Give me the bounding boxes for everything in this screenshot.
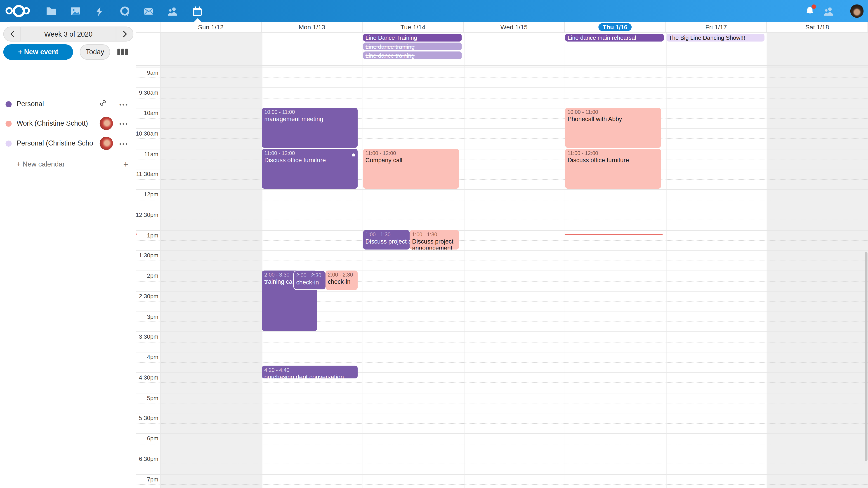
day-header-wed[interactable]: Wed 1/15: [464, 22, 565, 32]
time-label: 10:30am: [135, 130, 158, 136]
day-header-tue[interactable]: Tue 1/14: [363, 22, 464, 32]
event-time: 2:00 - 2:30: [296, 272, 323, 279]
allday-event[interactable]: Line Dance Training: [363, 34, 462, 41]
allday-event[interactable]: Line dance training: [363, 52, 462, 59]
active-app-indicator: [194, 18, 202, 22]
event-title: purchasing dept conversation: [264, 373, 355, 378]
allday-event[interactable]: The Big Line Dancing Show!!!: [666, 34, 765, 41]
photos-icon[interactable]: [64, 0, 86, 22]
column-border: [363, 22, 363, 488]
column-border: [160, 22, 161, 488]
event-title: Discuss project announcement: [412, 238, 457, 250]
time-label: 4:30pm: [135, 374, 158, 381]
event-time: 10:00 - 11:00: [567, 109, 659, 116]
day-header-thu[interactable]: Thu 1/16: [565, 22, 666, 32]
quarterhour-gridline: [135, 322, 868, 322]
notification-badge: [811, 4, 816, 9]
column-border: [261, 22, 262, 488]
halfhour-gridline: [135, 332, 868, 332]
contacts-icon[interactable]: [162, 0, 184, 22]
quarterhour-gridline: [135, 464, 868, 464]
time-label: 1pm: [135, 232, 158, 238]
halfhour-gridline: [135, 230, 868, 230]
halfhour-gridline: [135, 189, 868, 190]
calendar-event[interactable]: 11:00 - 12:00Company call: [363, 149, 459, 188]
talk-icon[interactable]: [114, 0, 135, 22]
halfhour-gridline: [135, 210, 868, 210]
calendar-event[interactable]: 4:20 - 4:40purchasing dept conversation: [262, 365, 358, 378]
today-button[interactable]: Today: [80, 44, 110, 60]
calendar-list-item[interactable]: Personal (Christine Scho…●●●: [0, 135, 135, 152]
calendar-event[interactable]: 11:00 - 12:00Discuss office furniture: [262, 149, 358, 188]
contacts-menu-icon[interactable]: [817, 0, 840, 22]
calendar-color-dot[interactable]: [5, 140, 11, 147]
allday-event[interactable]: Line dance training: [363, 43, 462, 51]
time-label: 9:30am: [135, 89, 158, 96]
calendar-event[interactable]: 11:00 - 12:00Discuss office furniture: [565, 149, 661, 188]
calendar-event[interactable]: 1:00 - 1:30Discuss project announcement: [363, 230, 410, 250]
event-title: management meeting: [264, 116, 355, 123]
halfhour-gridline: [135, 169, 868, 169]
shared-by-avatar: [100, 117, 113, 130]
week-title[interactable]: Week 3 of 2020: [21, 30, 116, 38]
calendar-color-dot[interactable]: [5, 101, 11, 107]
event-title: check-in: [328, 278, 355, 285]
new-event-button[interactable]: + New event: [3, 44, 73, 60]
shared-by-avatar: [100, 137, 113, 150]
event-time: 11:00 - 12:00: [264, 150, 355, 156]
day-header-fri[interactable]: Fri 1/17: [666, 22, 767, 32]
nextcloud-logo-icon[interactable]: [5, 5, 32, 17]
event-time: 11:00 - 12:00: [365, 150, 456, 156]
halfhour-gridline: [135, 413, 868, 414]
new-calendar-button[interactable]: + New calendar +: [0, 158, 135, 171]
today-pill: Thu 1/16: [598, 23, 632, 31]
column-border: [464, 22, 464, 488]
calendar-event[interactable]: 2:00 - 2:30check-in: [326, 271, 358, 290]
user-avatar[interactable]: [850, 4, 864, 18]
view-switcher-icon[interactable]: [117, 49, 127, 55]
calendar-actions-menu-icon[interactable]: ●●●: [119, 102, 129, 106]
week-navigation: Week 3 of 2020: [3, 27, 133, 41]
mail-icon[interactable]: [137, 0, 159, 22]
calendar-event[interactable]: 1:00 - 1:30Discuss project announcement: [410, 230, 459, 250]
event-time: 1:00 - 1:30: [412, 231, 457, 238]
share-link-icon[interactable]: [99, 99, 107, 109]
time-label: 10am: [135, 109, 158, 116]
halfhour-gridline: [135, 393, 868, 393]
column-border: [565, 22, 565, 488]
calendar-event[interactable]: 10:00 - 11:00management meeting: [262, 108, 358, 148]
calendar-event[interactable]: 2:00 - 2:30check-in: [293, 271, 326, 290]
day-header-sun[interactable]: Sun 1/12: [160, 22, 261, 32]
halfhour-gridline: [135, 128, 868, 129]
calendar-color-dot[interactable]: [5, 121, 11, 127]
next-week-button[interactable]: [116, 27, 133, 41]
calendar-actions-menu-icon[interactable]: ●●●: [119, 122, 129, 125]
calendar-list-item[interactable]: Personal●●●: [0, 96, 135, 112]
column-border: [666, 22, 666, 488]
time-label: 1:30pm: [135, 252, 158, 258]
calendar-name: Work (Christine Schott): [17, 120, 88, 127]
calendar-event[interactable]: 10:00 - 11:00Phonecall with Abby: [565, 108, 661, 148]
weekend-column-shade: [160, 32, 261, 488]
event-title: check-in: [296, 279, 323, 286]
time-label: 7pm: [135, 476, 158, 482]
scrollbar-thumb[interactable]: [865, 252, 867, 461]
activity-icon[interactable]: [89, 0, 111, 22]
day-header-sat[interactable]: Sat 1/18: [767, 22, 868, 32]
allday-event[interactable]: Line dance main rehearsal: [565, 34, 664, 41]
calendar-actions-menu-icon[interactable]: ●●●: [119, 141, 129, 145]
quarterhour-gridline: [135, 444, 868, 444]
halfhour-gridline: [135, 291, 868, 291]
day-header-mon[interactable]: Mon 1/13: [261, 22, 363, 32]
files-icon[interactable]: [40, 0, 62, 22]
quarterhour-gridline: [135, 301, 868, 302]
calendar-list-item[interactable]: Work (Christine Schott)●●●: [0, 115, 135, 131]
previous-week-button[interactable]: [4, 27, 20, 41]
quarterhour-gridline: [135, 484, 868, 485]
halfhour-gridline: [135, 67, 868, 68]
day-header-row: Sun 1/12Mon 1/13Tue 1/14Wed 1/15Thu 1/16…: [135, 22, 868, 33]
vertical-scrollbar[interactable]: [865, 252, 868, 461]
calendar-name: Personal (Christine Scho…: [17, 139, 93, 147]
time-label: 2pm: [135, 272, 158, 279]
time-label: 2:30pm: [135, 293, 158, 299]
